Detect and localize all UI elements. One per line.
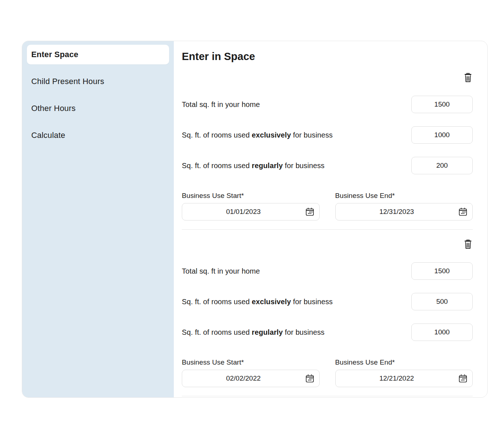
total-sqft-row: Total sq. ft in your home — [182, 96, 473, 113]
business-use-end-col: Business Use End* — [335, 358, 473, 387]
business-use-start-input[interactable] — [182, 203, 319, 220]
space-entry-section-1: Total sq. ft in your home Sq. ft. of roo… — [182, 72, 473, 230]
label-text: Sq. ft. of rooms used — [182, 162, 252, 170]
calendar-icon — [305, 207, 315, 217]
field-label: Total sq. ft in your home — [182, 100, 260, 109]
open-calendar-button[interactable] — [305, 373, 315, 384]
label-text: for business — [283, 162, 325, 170]
sidebar-item-enter-space[interactable]: Enter Space — [27, 45, 169, 64]
entry-actions — [182, 239, 473, 249]
label-text: Sq. ft. of rooms used — [182, 298, 252, 306]
calendar-icon — [458, 207, 468, 217]
business-use-start-field — [182, 203, 320, 221]
label-text: Sq. ft. of rooms used — [182, 328, 252, 336]
business-use-end-field — [335, 203, 473, 221]
business-use-end-label: Business Use End* — [335, 358, 473, 366]
business-use-start-label: Business Use Start* — [182, 358, 320, 366]
open-calendar-button[interactable] — [305, 207, 315, 217]
label-bold-text: exclusively — [252, 131, 291, 139]
sidebar-item-label: Other Hours — [31, 104, 76, 113]
business-use-end-input[interactable] — [336, 203, 473, 220]
label-text: for business — [283, 328, 325, 336]
total-sqft-row: Total sq. ft in your home — [182, 262, 473, 280]
label-text: Total sq. ft in your home — [182, 267, 260, 275]
section-divider — [182, 396, 473, 396]
main-content: Enter in Space Total sq. ft in your home — [174, 41, 487, 397]
sidebar-item-other-hours[interactable]: Other Hours — [27, 99, 169, 118]
section-divider — [182, 229, 473, 230]
field-label: Sq. ft. of rooms used exclusively for bu… — [182, 131, 333, 139]
space-entry-section-2: Total sq. ft in your home Sq. ft. of roo… — [182, 239, 473, 396]
regular-sqft-input[interactable] — [411, 157, 473, 174]
regular-sqft-input[interactable] — [411, 323, 473, 341]
business-use-start-input[interactable] — [182, 370, 319, 387]
sidebar-item-label: Calculate — [31, 131, 65, 140]
sidebar: Enter Space Child Present Hours Other Ho… — [22, 41, 174, 397]
business-use-dates: Business Use Start* — [182, 358, 473, 387]
field-label: Sq. ft. of rooms used regularly for busi… — [182, 162, 324, 170]
business-use-start-col: Business Use Start* — [182, 358, 320, 387]
business-use-start-col: Business Use Start* — [182, 192, 320, 221]
regular-sqft-row: Sq. ft. of rooms used regularly for busi… — [182, 323, 473, 341]
calendar-icon — [458, 373, 468, 384]
home-office-calculator-panel: Enter Space Child Present Hours Other Ho… — [22, 41, 488, 398]
open-calendar-button[interactable] — [458, 207, 468, 217]
sidebar-item-label: Child Present Hours — [31, 77, 104, 86]
label-text: Sq. ft. of rooms used — [182, 131, 252, 139]
calendar-icon — [305, 373, 315, 384]
sidebar-item-label: Enter Space — [31, 50, 78, 59]
business-use-end-field — [335, 370, 473, 387]
total-sqft-input[interactable] — [411, 262, 473, 280]
business-use-start-label: Business Use Start* — [182, 192, 320, 200]
sidebar-item-calculate[interactable]: Calculate — [27, 126, 169, 145]
field-label: Total sq. ft in your home — [182, 267, 260, 275]
trash-icon — [463, 239, 473, 249]
business-use-end-input[interactable] — [336, 370, 473, 387]
exclusive-sqft-row: Sq. ft. of rooms used exclusively for bu… — [182, 126, 473, 144]
exclusive-sqft-input[interactable] — [411, 293, 473, 310]
delete-entry-button[interactable] — [463, 72, 473, 83]
exclusive-sqft-input[interactable] — [411, 126, 473, 144]
entry-actions — [182, 72, 473, 83]
label-text: for business — [291, 298, 333, 306]
label-text: for business — [291, 131, 333, 139]
business-use-end-col: Business Use End* — [335, 192, 473, 221]
label-bold-text: regularly — [252, 162, 283, 170]
delete-entry-button[interactable] — [463, 239, 473, 249]
sidebar-item-child-present-hours[interactable]: Child Present Hours — [27, 72, 169, 91]
business-use-end-label: Business Use End* — [335, 192, 473, 200]
business-use-start-field — [182, 370, 320, 387]
exclusive-sqft-row: Sq. ft. of rooms used exclusively for bu… — [182, 293, 473, 310]
field-label: Sq. ft. of rooms used regularly for busi… — [182, 328, 324, 337]
regular-sqft-row: Sq. ft. of rooms used regularly for busi… — [182, 157, 473, 174]
field-label: Sq. ft. of rooms used exclusively for bu… — [182, 298, 333, 306]
total-sqft-input[interactable] — [411, 96, 473, 113]
trash-icon — [463, 72, 473, 83]
page-title: Enter in Space — [182, 50, 473, 63]
open-calendar-button[interactable] — [458, 373, 468, 384]
label-bold-text: exclusively — [252, 298, 291, 306]
label-text: Total sq. ft in your home — [182, 100, 260, 108]
business-use-dates: Business Use Start* — [182, 192, 473, 221]
label-bold-text: regularly — [252, 328, 283, 336]
